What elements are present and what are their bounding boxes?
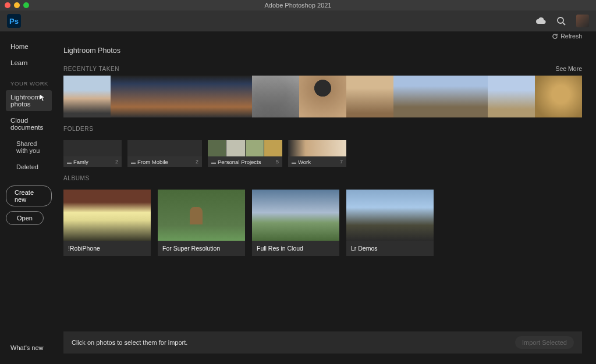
cloud-icon[interactable] xyxy=(535,17,546,24)
cursor-pointer-icon xyxy=(39,94,46,102)
user-avatar[interactable] xyxy=(576,15,589,27)
recent-thumb[interactable] xyxy=(205,76,252,117)
recent-thumb[interactable] xyxy=(158,76,205,117)
album-full-res[interactable]: Full Res in Cloud xyxy=(252,190,339,256)
app-bar: Ps xyxy=(0,10,596,31)
folder-name: Famly xyxy=(73,159,88,165)
album-name: !RobiPhone xyxy=(63,241,151,256)
recent-thumb[interactable] xyxy=(488,76,535,117)
nav-shared-with-you[interactable]: Shared with you xyxy=(6,137,52,158)
folder-name: Personal Projects xyxy=(218,159,261,165)
import-selected-button[interactable]: Import Selected xyxy=(515,336,574,349)
import-hint: Click on photos to select them for impor… xyxy=(72,339,187,346)
search-icon[interactable] xyxy=(556,16,566,26)
folder-icon: ▬ xyxy=(292,160,296,165)
refresh-label: Refresh xyxy=(560,33,582,40)
albums-row: !RobiPhone For Super Resolution Full Res… xyxy=(63,190,582,256)
refresh-icon xyxy=(552,33,558,40)
folder-name: Work xyxy=(298,159,311,165)
nav-deleted[interactable]: Deleted xyxy=(6,160,52,174)
window-title: Adobe Photoshop 2021 xyxy=(0,2,596,9)
nav-home[interactable]: Home xyxy=(6,40,52,53)
album-name: Full Res in Cloud xyxy=(252,241,339,256)
folder-from-mobile[interactable]: ▬From Mobile 2 xyxy=(127,140,202,167)
open-button[interactable]: Open xyxy=(6,211,44,225)
page-title: Lightroom Photos xyxy=(63,47,582,55)
folder-count: 2 xyxy=(115,159,118,165)
folder-count: 5 xyxy=(276,159,279,165)
recent-thumb[interactable] xyxy=(111,76,158,117)
folder-icon: ▬ xyxy=(67,160,72,165)
folder-personal-projects[interactable]: ▬Personal Projects 5 xyxy=(208,140,282,167)
folder-work[interactable]: ▬Work 7 xyxy=(288,140,346,167)
folder-icon: ▬ xyxy=(131,160,136,165)
recent-thumb[interactable] xyxy=(346,76,393,117)
folder-family[interactable]: ▬Famly 2 xyxy=(63,140,122,167)
recent-thumb[interactable] xyxy=(535,76,582,117)
nav-cloud-documents[interactable]: Cloud documents xyxy=(6,113,52,134)
recent-thumb[interactable] xyxy=(393,76,441,117)
folder-icon: ▬ xyxy=(211,160,216,165)
recent-thumb[interactable] xyxy=(63,76,111,117)
ps-logo-icon[interactable]: Ps xyxy=(7,14,21,28)
main-panel: Refresh Lightroom Photos RECENTLY TAKEN … xyxy=(58,31,596,364)
folders-label: FOLDERS xyxy=(63,126,93,132)
recent-strip xyxy=(63,76,582,117)
album-super-resolution[interactable]: For Super Resolution xyxy=(158,190,245,256)
create-new-button[interactable]: Create new xyxy=(6,185,52,206)
album-name: For Super Resolution xyxy=(158,241,245,256)
folder-count: 2 xyxy=(196,159,198,165)
sidebar: Home Learn YOUR WORK Lightroom photos Cl… xyxy=(0,31,58,364)
folders-row: ▬Famly 2 ▬From Mobile 2 ▬Personal Projec… xyxy=(63,140,582,167)
album-robiphone[interactable]: !RobiPhone xyxy=(63,190,151,256)
svg-point-0 xyxy=(558,17,563,23)
nav-learn[interactable]: Learn xyxy=(6,56,52,70)
albums-label: ALBUMS xyxy=(63,175,90,181)
folder-count: 7 xyxy=(340,159,343,165)
recent-thumb[interactable] xyxy=(252,76,299,117)
your-work-label: YOUR WORK xyxy=(10,80,52,87)
import-bar: Click on photos to select them for impor… xyxy=(63,331,582,354)
album-name: Lr Demos xyxy=(346,241,434,256)
folder-name: From Mobile xyxy=(137,159,168,165)
macos-titlebar: Adobe Photoshop 2021 xyxy=(0,0,596,10)
nav-item-label: Lightroom photos xyxy=(10,94,40,108)
recent-thumb[interactable] xyxy=(441,76,488,117)
nav-lightroom-photos[interactable]: Lightroom photos xyxy=(6,90,52,111)
recent-thumb[interactable] xyxy=(299,76,346,117)
album-lr-demos[interactable]: Lr Demos xyxy=(346,190,434,256)
see-more-link[interactable]: See More xyxy=(555,65,582,72)
recently-taken-label: RECENTLY TAKEN xyxy=(63,66,119,72)
svg-line-1 xyxy=(563,23,565,25)
whats-new-link[interactable]: What's new xyxy=(6,340,52,356)
refresh-button[interactable]: Refresh xyxy=(552,33,582,40)
